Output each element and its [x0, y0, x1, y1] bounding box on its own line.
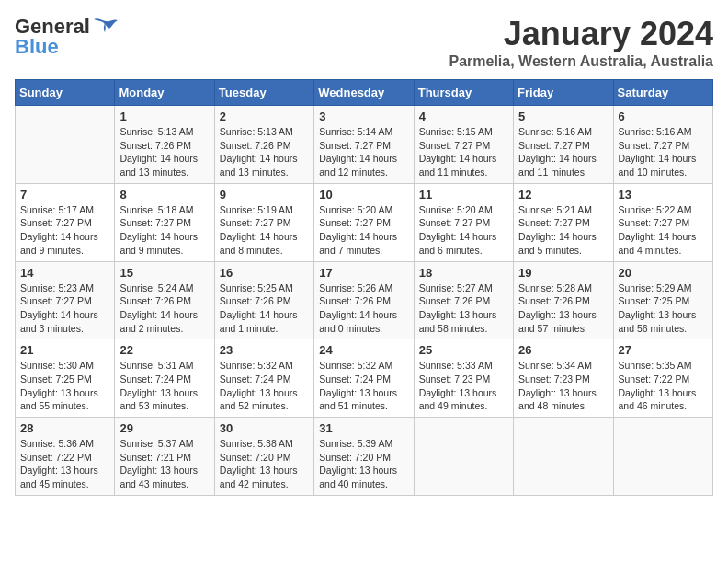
calendar-week-4: 21Sunrise: 5:30 AM Sunset: 7:25 PM Dayli… [16, 339, 713, 418]
day-number: 3 [319, 109, 408, 123]
day-number: 29 [119, 421, 209, 435]
day-info: Sunrise: 5:20 AM Sunset: 7:27 PM Dayligh… [319, 203, 408, 258]
table-row: 12Sunrise: 5:21 AM Sunset: 7:27 PM Dayli… [514, 183, 613, 261]
day-number: 7 [20, 188, 109, 201]
table-row: 31Sunrise: 5:39 AM Sunset: 7:20 PM Dayli… [314, 418, 414, 496]
day-number: 31 [319, 421, 408, 435]
day-number: 4 [419, 109, 508, 123]
col-thursday: Thursday [414, 80, 513, 106]
table-row: 25Sunrise: 5:33 AM Sunset: 7:23 PM Dayli… [414, 339, 513, 418]
day-number: 2 [220, 109, 309, 123]
table-row [16, 106, 115, 184]
day-number: 15 [119, 266, 209, 280]
day-info: Sunrise: 5:34 AM Sunset: 7:23 PM Dayligh… [518, 359, 608, 413]
day-info: Sunrise: 5:13 AM Sunset: 7:26 PM Dayligh… [119, 125, 209, 179]
day-info: Sunrise: 5:36 AM Sunset: 7:22 PM Dayligh… [20, 437, 109, 491]
table-row: 14Sunrise: 5:23 AM Sunset: 7:27 PM Dayli… [16, 261, 115, 339]
day-info: Sunrise: 5:29 AM Sunset: 7:25 PM Dayligh… [619, 282, 708, 336]
calendar-week-3: 14Sunrise: 5:23 AM Sunset: 7:27 PM Dayli… [16, 261, 713, 339]
day-number: 17 [319, 266, 408, 280]
table-row: 7Sunrise: 5:17 AM Sunset: 7:27 PM Daylig… [16, 183, 115, 261]
day-info: Sunrise: 5:15 AM Sunset: 7:27 PM Dayligh… [419, 125, 508, 179]
day-number: 30 [220, 421, 309, 435]
day-info: Sunrise: 5:20 AM Sunset: 7:27 PM Dayligh… [419, 203, 508, 258]
day-info: Sunrise: 5:23 AM Sunset: 7:27 PM Dayligh… [20, 282, 109, 336]
table-row: 27Sunrise: 5:35 AM Sunset: 7:22 PM Dayli… [613, 339, 712, 418]
calendar-title: January 2024 [449, 15, 713, 53]
day-info: Sunrise: 5:37 AM Sunset: 7:21 PM Dayligh… [119, 437, 209, 491]
table-row: 3Sunrise: 5:14 AM Sunset: 7:27 PM Daylig… [314, 106, 414, 184]
table-row: 19Sunrise: 5:28 AM Sunset: 7:26 PM Dayli… [514, 261, 613, 339]
table-row: 22Sunrise: 5:31 AM Sunset: 7:24 PM Dayli… [115, 339, 214, 418]
table-row [514, 418, 613, 496]
day-number: 9 [220, 188, 309, 201]
day-number: 19 [518, 266, 608, 280]
table-row: 6Sunrise: 5:16 AM Sunset: 7:27 PM Daylig… [613, 106, 712, 184]
table-row: 30Sunrise: 5:38 AM Sunset: 7:20 PM Dayli… [214, 418, 313, 496]
table-row: 28Sunrise: 5:36 AM Sunset: 7:22 PM Dayli… [16, 418, 115, 496]
table-row: 16Sunrise: 5:25 AM Sunset: 7:26 PM Dayli… [214, 261, 313, 339]
col-saturday: Saturday [613, 80, 712, 106]
table-row: 1Sunrise: 5:13 AM Sunset: 7:26 PM Daylig… [115, 106, 214, 184]
day-number: 21 [20, 343, 109, 357]
day-info: Sunrise: 5:27 AM Sunset: 7:26 PM Dayligh… [419, 282, 508, 336]
table-row: 24Sunrise: 5:32 AM Sunset: 7:24 PM Dayli… [314, 339, 414, 418]
day-info: Sunrise: 5:22 AM Sunset: 7:27 PM Dayligh… [619, 203, 708, 258]
day-number: 10 [319, 188, 408, 201]
col-friday: Friday [514, 80, 613, 106]
day-number: 23 [220, 343, 309, 357]
day-info: Sunrise: 5:31 AM Sunset: 7:24 PM Dayligh… [119, 359, 209, 413]
day-number: 26 [518, 343, 608, 357]
day-info: Sunrise: 5:32 AM Sunset: 7:24 PM Dayligh… [319, 359, 408, 413]
table-row: 26Sunrise: 5:34 AM Sunset: 7:23 PM Dayli… [514, 339, 613, 418]
day-number: 24 [319, 343, 408, 357]
col-tuesday: Tuesday [214, 80, 313, 106]
page-header: General Blue January 2024 Parmelia, West… [15, 15, 713, 70]
col-monday: Monday [115, 80, 214, 106]
day-number: 6 [619, 109, 708, 123]
day-info: Sunrise: 5:13 AM Sunset: 7:26 PM Dayligh… [220, 125, 309, 179]
day-info: Sunrise: 5:33 AM Sunset: 7:23 PM Dayligh… [419, 359, 508, 413]
table-row [414, 418, 513, 496]
day-number: 28 [20, 421, 109, 435]
day-number: 25 [419, 343, 508, 357]
day-info: Sunrise: 5:26 AM Sunset: 7:26 PM Dayligh… [319, 282, 408, 336]
table-row: 15Sunrise: 5:24 AM Sunset: 7:26 PM Dayli… [115, 261, 214, 339]
day-info: Sunrise: 5:18 AM Sunset: 7:27 PM Dayligh… [119, 203, 209, 258]
day-info: Sunrise: 5:30 AM Sunset: 7:25 PM Dayligh… [20, 359, 109, 413]
col-sunday: Sunday [16, 80, 115, 106]
day-info: Sunrise: 5:38 AM Sunset: 7:20 PM Dayligh… [220, 437, 309, 491]
day-info: Sunrise: 5:35 AM Sunset: 7:22 PM Dayligh… [619, 359, 708, 413]
day-number: 16 [220, 266, 309, 280]
table-row: 21Sunrise: 5:30 AM Sunset: 7:25 PM Dayli… [16, 339, 115, 418]
table-row: 23Sunrise: 5:32 AM Sunset: 7:24 PM Dayli… [214, 339, 313, 418]
day-info: Sunrise: 5:16 AM Sunset: 7:27 PM Dayligh… [619, 125, 708, 179]
day-number: 22 [119, 343, 209, 357]
day-info: Sunrise: 5:21 AM Sunset: 7:27 PM Dayligh… [518, 203, 608, 258]
table-row: 4Sunrise: 5:15 AM Sunset: 7:27 PM Daylig… [414, 106, 513, 184]
day-number: 12 [518, 188, 608, 201]
day-number: 20 [619, 266, 708, 280]
table-row: 20Sunrise: 5:29 AM Sunset: 7:25 PM Dayli… [613, 261, 712, 339]
table-row: 17Sunrise: 5:26 AM Sunset: 7:26 PM Dayli… [314, 261, 414, 339]
table-row: 5Sunrise: 5:16 AM Sunset: 7:27 PM Daylig… [514, 106, 613, 184]
day-info: Sunrise: 5:19 AM Sunset: 7:27 PM Dayligh… [220, 203, 309, 258]
calendar-subtitle: Parmelia, Western Australia, Australia [449, 53, 713, 70]
day-number: 13 [619, 188, 708, 201]
table-row: 2Sunrise: 5:13 AM Sunset: 7:26 PM Daylig… [214, 106, 313, 184]
calendar-week-2: 7Sunrise: 5:17 AM Sunset: 7:27 PM Daylig… [16, 183, 713, 261]
calendar-header-row: Sunday Monday Tuesday Wednesday Thursday… [16, 80, 713, 106]
day-info: Sunrise: 5:16 AM Sunset: 7:27 PM Dayligh… [518, 125, 608, 179]
calendar-week-5: 28Sunrise: 5:36 AM Sunset: 7:22 PM Dayli… [16, 418, 713, 496]
calendar-table: Sunday Monday Tuesday Wednesday Thursday… [15, 79, 713, 496]
day-number: 5 [518, 109, 608, 123]
table-row: 9Sunrise: 5:19 AM Sunset: 7:27 PM Daylig… [214, 183, 313, 261]
day-info: Sunrise: 5:28 AM Sunset: 7:26 PM Dayligh… [518, 282, 608, 336]
table-row [613, 418, 712, 496]
day-info: Sunrise: 5:14 AM Sunset: 7:27 PM Dayligh… [319, 125, 408, 179]
day-info: Sunrise: 5:17 AM Sunset: 7:27 PM Dayligh… [20, 203, 109, 258]
day-number: 8 [119, 188, 209, 201]
table-row: 13Sunrise: 5:22 AM Sunset: 7:27 PM Dayli… [613, 183, 712, 261]
table-row: 18Sunrise: 5:27 AM Sunset: 7:26 PM Dayli… [414, 261, 513, 339]
title-block: January 2024 Parmelia, Western Australia… [449, 15, 713, 70]
